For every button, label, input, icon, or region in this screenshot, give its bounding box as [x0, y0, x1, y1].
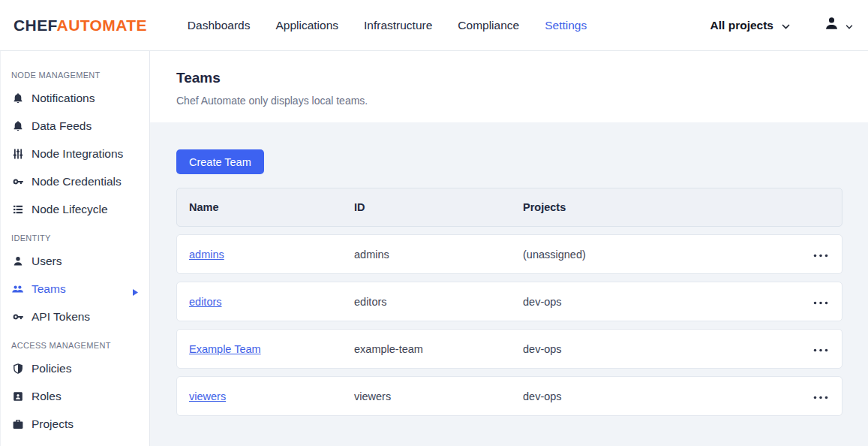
team-id-cell: admins	[354, 249, 523, 261]
table-row: viewers viewers dev-ops	[176, 376, 842, 416]
user-menu[interactable]	[823, 15, 853, 35]
briefcase-icon	[11, 418, 24, 430]
sidebar-item-policies[interactable]: Policies	[1, 354, 149, 382]
sidebar-item-teams[interactable]: Teams	[1, 275, 149, 303]
chevron-down-icon	[782, 19, 790, 32]
sidebar-item-label: Policies	[32, 362, 71, 375]
sidebar-item-notifications[interactable]: Notifications	[1, 84, 149, 112]
nav-compliance[interactable]: Compliance	[458, 19, 519, 32]
sidebar-item-users[interactable]: Users	[1, 247, 149, 275]
bell-icon	[11, 92, 24, 104]
team-name-link[interactable]: admins	[189, 249, 224, 261]
sidebar-item-label: Roles	[32, 390, 62, 403]
team-name-link[interactable]: Example Team	[189, 343, 261, 355]
row-menu-button[interactable]	[812, 244, 830, 264]
sidebar-item-label: API Tokens	[32, 310, 90, 324]
section-label-node-management: NODE MANAGEMENT	[11, 71, 139, 80]
create-team-button[interactable]: Create Team	[176, 149, 264, 174]
top-nav-bar: CHEFAUTOMATE Dashboards Applications Inf…	[0, 0, 868, 51]
chef-automate-app: CHEFAUTOMATE Dashboards Applications Inf…	[0, 0, 868, 446]
page-header: Teams Chef Automate only displays local …	[150, 51, 868, 122]
team-projects-cell: dev-ops	[523, 390, 800, 402]
sidebar-item-node-credentials[interactable]: Node Credentials	[1, 167, 149, 195]
team-projects-cell: dev-ops	[523, 296, 800, 308]
column-header-name: Name	[189, 201, 354, 213]
logo-chef-text: CHEF	[14, 17, 57, 34]
sidebar-item-roles[interactable]: Roles	[1, 382, 149, 410]
table-row: editors editors dev-ops	[176, 282, 842, 321]
sidebar-item-label: Node Integrations	[32, 147, 123, 161]
badge-icon	[11, 390, 24, 402]
logo-automate-text: AUTOMATE	[57, 17, 147, 34]
sidebar-item-api-tokens[interactable]: API Tokens	[1, 303, 149, 330]
team-name-link[interactable]: editors	[189, 296, 222, 308]
team-id-cell: editors	[354, 296, 523, 308]
sidebar-item-label: Node Lifecycle	[32, 203, 108, 216]
bell-icon	[11, 120, 24, 132]
row-menu-button[interactable]	[812, 291, 830, 312]
nav-applications[interactable]: Applications	[275, 19, 338, 32]
section-label-access-management: ACCESS MANAGEMENT	[11, 341, 139, 350]
row-menu-button[interactable]	[812, 339, 830, 359]
sidebar-item-projects[interactable]: Projects	[1, 410, 149, 438]
sliders-icon	[11, 148, 24, 160]
team-id-cell: example-team	[354, 343, 523, 355]
column-header-id: ID	[354, 201, 523, 213]
team-projects-cell: dev-ops	[523, 343, 800, 355]
sidebar-item-label: Data Feeds	[32, 119, 92, 133]
sidebar-item-label: Projects	[32, 417, 74, 431]
group-icon	[11, 283, 24, 295]
table-row: Example Team example-team dev-ops	[176, 329, 842, 369]
table-row: admins admins (unassigned)	[176, 234, 842, 274]
user-avatar-icon	[823, 15, 840, 35]
teams-table: Name ID Projects admins admins (unassign…	[176, 188, 842, 416]
primary-nav: Dashboards Applications Infrastructure C…	[188, 19, 587, 32]
settings-sidebar: NODE MANAGEMENT Notifications Data Feeds…	[0, 51, 150, 446]
column-header-projects: Projects	[523, 201, 800, 213]
sidebar-item-label: Node Credentials	[32, 175, 122, 188]
nav-settings[interactable]: Settings	[545, 19, 587, 32]
sidebar-item-label: Notifications	[32, 92, 95, 105]
team-id-cell: viewers	[354, 390, 523, 402]
sidebar-item-label: Users	[32, 255, 62, 268]
nav-infrastructure[interactable]: Infrastructure	[364, 19, 432, 32]
chef-automate-logo[interactable]: CHEFAUTOMATE	[14, 17, 147, 35]
ellipsis-icon	[813, 343, 828, 354]
team-name-link[interactable]: viewers	[189, 390, 226, 402]
row-menu-button[interactable]	[812, 386, 830, 406]
topbar-right-group: All projects	[710, 15, 853, 35]
sidebar-item-node-integrations[interactable]: Node Integrations	[1, 140, 149, 167]
ellipsis-icon	[813, 390, 828, 402]
teams-table-header: Name ID Projects	[176, 188, 842, 227]
list-icon	[11, 203, 24, 215]
nav-dashboards[interactable]: Dashboards	[188, 19, 251, 32]
page-title: Teams	[176, 70, 842, 86]
projects-filter-dropdown[interactable]: All projects	[710, 19, 790, 32]
main-content: Teams Chef Automate only displays local …	[150, 51, 868, 446]
shield-icon	[11, 363, 24, 375]
team-projects-cell: (unassigned)	[523, 249, 800, 261]
sidebar-item-node-lifecycle[interactable]: Node Lifecycle	[1, 195, 149, 223]
ellipsis-icon	[813, 249, 828, 260]
sidebar-item-data-feeds[interactable]: Data Feeds	[1, 112, 149, 140]
key-icon	[11, 311, 24, 323]
sidebar-item-label: Teams	[32, 282, 66, 296]
section-label-identity: IDENTITY	[11, 234, 139, 243]
projects-filter-label: All projects	[710, 19, 773, 32]
user-icon	[11, 255, 24, 267]
key-icon	[11, 176, 24, 188]
ellipsis-icon	[813, 296, 828, 307]
page-subtitle: Chef Automate only displays local teams.	[176, 95, 842, 107]
chevron-down-icon	[845, 19, 853, 32]
expand-right-icon	[133, 285, 138, 299]
teams-content: Create Team Name ID Projects admins admi…	[150, 122, 868, 446]
